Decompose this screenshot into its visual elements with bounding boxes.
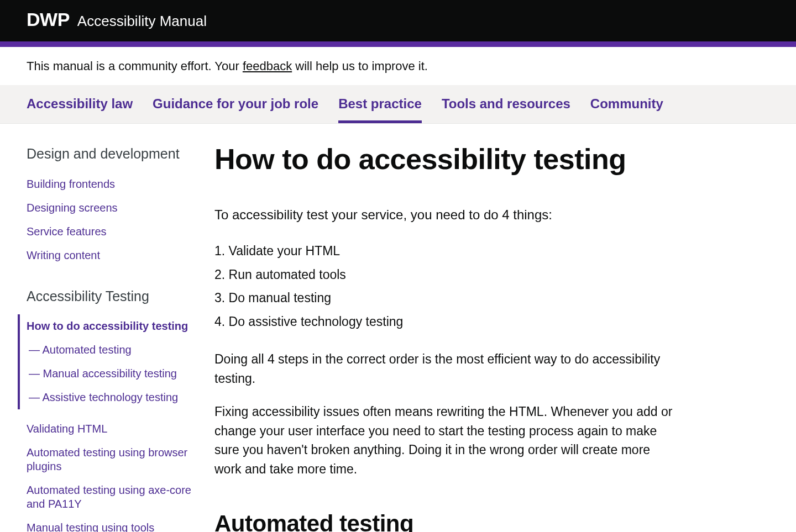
nav-tools-resources[interactable]: Tools and resources: [442, 85, 570, 123]
nav-best-practice[interactable]: Best practice: [338, 85, 422, 123]
section-automated-testing: Automated testing: [214, 506, 673, 532]
sidebar-sub-manual-testing[interactable]: Manual accessibility testing: [27, 362, 192, 386]
site-header: DWP Accessibility Manual: [0, 0, 796, 47]
sidebar-group-accessibility-testing: Accessibility Testing How to do accessib…: [27, 286, 192, 533]
notice-text-before: This manual is a community effort. Your: [27, 59, 243, 73]
main-content: How to do accessibility testing To acces…: [214, 144, 673, 532]
site-logo[interactable]: DWP: [27, 6, 70, 34]
step-3: Do manual testing: [214, 286, 673, 310]
primary-nav: Accessibility law Guidance for your job …: [0, 85, 796, 124]
sidebar-item-validating-html[interactable]: Validating HTML: [27, 417, 192, 441]
sidebar-item-manual-tools[interactable]: Manual testing using tools: [27, 516, 192, 532]
paragraph-fixing: Fixing accessibility issues often means …: [214, 402, 673, 478]
nav-guidance-job-role[interactable]: Guidance for your job role: [153, 85, 318, 123]
paragraph-order: Doing all 4 steps in the correct order i…: [214, 350, 673, 388]
feedback-link[interactable]: feedback: [243, 59, 292, 73]
sidebar-item-designing-screens[interactable]: Designing screens: [27, 196, 192, 220]
sidebar: Design and development Building frontend…: [27, 144, 192, 532]
sidebar-sub-assistive-tech[interactable]: Assistive technology testing: [27, 386, 192, 409]
sidebar-item-building-frontends[interactable]: Building frontends: [27, 172, 192, 196]
notice-text-after: will help us to improve it.: [292, 59, 428, 73]
step-1: Validate your HTML: [214, 239, 673, 263]
sidebar-group-design-dev: Design and development Building frontend…: [27, 144, 192, 267]
sidebar-heading: Design and development: [27, 144, 192, 165]
step-4: Do assistive technology testing: [214, 310, 673, 334]
nav-community[interactable]: Community: [590, 85, 663, 123]
sidebar-item-service-features[interactable]: Service features: [27, 220, 192, 244]
steps-list: Validate your HTML Run automated tools D…: [214, 239, 673, 333]
site-title[interactable]: Accessibility Manual: [77, 10, 207, 32]
sidebar-item-how-to-test[interactable]: How to do accessibility testing: [27, 314, 192, 338]
sidebar-sub-automated-testing[interactable]: Automated testing: [27, 338, 192, 362]
sidebar-item-axe-pa11y[interactable]: Automated testing using axe-core and PA1…: [27, 478, 192, 516]
step-2: Run automated tools: [214, 263, 673, 287]
sidebar-heading: Accessibility Testing: [27, 286, 192, 307]
page-title: How to do accessibility testing: [214, 144, 673, 175]
feedback-notice: This manual is a community effort. Your …: [0, 47, 796, 85]
sidebar-item-writing-content[interactable]: Writing content: [27, 244, 192, 267]
sidebar-item-browser-plugins[interactable]: Automated testing using browser plugins: [27, 441, 192, 478]
nav-accessibility-law[interactable]: Accessibility law: [27, 85, 133, 123]
intro-paragraph: To accessibility test your service, you …: [214, 205, 673, 225]
sidebar-active-block: How to do accessibility testing Automate…: [18, 314, 192, 409]
